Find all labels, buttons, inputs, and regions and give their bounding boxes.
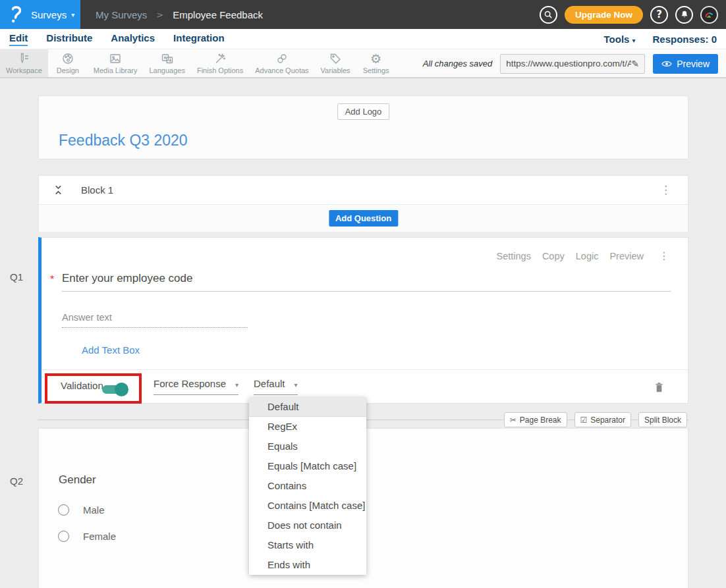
survey-title-card: Add Logo Feedback Q3 2020 xyxy=(38,95,688,159)
question-card-q1: Settings Copy Logic Preview ⋮ * Enter yo… xyxy=(38,237,688,404)
workspace-icon xyxy=(17,52,30,65)
block-header: Block 1 ⋮ xyxy=(39,176,688,205)
questionpro-logo-icon xyxy=(9,5,24,24)
menu-item-default[interactable]: Default xyxy=(249,397,366,417)
toggle-knob xyxy=(115,383,128,396)
tools-menu[interactable]: Tools▾ xyxy=(604,34,636,45)
breadcrumb: My Surveys > Employee Feedback xyxy=(96,0,263,29)
q1-menu-button[interactable]: ⋮ xyxy=(659,250,669,262)
scissors-icon: ✂ xyxy=(510,415,517,425)
search-icon xyxy=(544,10,553,19)
product-name: Surveys xyxy=(31,9,67,20)
wand-icon xyxy=(213,52,227,65)
chevron-down-icon: ▾ xyxy=(235,381,238,388)
q1-question-underline xyxy=(62,291,671,292)
block-title[interactable]: Block 1 xyxy=(81,184,113,196)
breadcrumb-separator-icon: > xyxy=(156,10,163,20)
add-question-button[interactable]: Add Question xyxy=(329,210,398,227)
upgrade-now-button[interactable]: Upgrade Now xyxy=(565,6,643,24)
chevron-down-icon: ▾ xyxy=(294,381,298,388)
edit-toolbar: Workspace Design Media Library Languages… xyxy=(0,49,726,78)
nav-tabs: Edit Distribute Analytics Integration xyxy=(0,32,225,46)
notifications-button[interactable] xyxy=(675,6,693,24)
toolbar-item-media-library[interactable]: Media Library xyxy=(88,49,144,77)
user-avatar[interactable] xyxy=(700,6,718,24)
required-marker: * xyxy=(50,274,54,286)
validation-toggle[interactable] xyxy=(102,385,126,394)
menu-item-contains-match-case[interactable]: Contains [Match case] xyxy=(249,496,366,516)
tab-distribute[interactable]: Distribute xyxy=(46,32,92,46)
q2-option-male[interactable]: Male xyxy=(58,504,105,516)
tab-edit[interactable]: Edit xyxy=(9,32,28,46)
breadcrumb-my-surveys[interactable]: My Surveys xyxy=(96,9,147,20)
radio-icon[interactable] xyxy=(58,531,69,542)
links-icon xyxy=(275,52,289,65)
add-logo-button[interactable]: Add Logo xyxy=(337,103,390,120)
edit-url-icon[interactable]: ✎ xyxy=(631,59,639,69)
product-switcher[interactable]: Surveys ▾ xyxy=(0,0,80,29)
menu-item-contains[interactable]: Contains xyxy=(249,476,366,496)
menu-item-equals-match-case[interactable]: Equals [Match case] xyxy=(249,456,366,476)
menu-item-starts-with[interactable]: Starts with xyxy=(249,535,366,555)
q2-question-text[interactable]: Gender xyxy=(59,473,96,487)
search-button[interactable] xyxy=(540,6,557,24)
separator-button[interactable]: ☑ Separator xyxy=(574,412,631,427)
breadcrumb-current-survey: Employee Feedback xyxy=(173,9,263,20)
menu-item-ends-with[interactable]: Ends with xyxy=(249,555,366,575)
force-response-dropdown[interactable]: Force Response▾ xyxy=(154,378,238,395)
survey-url-box: ✎ xyxy=(500,54,645,74)
question-number-q1: Q1 xyxy=(10,271,23,282)
validation-label: Validation xyxy=(61,380,103,391)
checkbox-icon: ☑ xyxy=(580,415,588,425)
validation-type-menu: Default RegEx Equals Equals [Match case]… xyxy=(249,397,366,575)
split-block-button[interactable]: Split Block xyxy=(638,412,687,427)
q1-actions: Settings Copy Logic Preview ⋮ xyxy=(496,250,669,262)
page-break-button[interactable]: ✂ Page Break xyxy=(504,412,567,427)
toolbar-right: All changes saved ✎ Preview xyxy=(423,49,718,78)
toolbar-item-workspace[interactable]: Workspace xyxy=(0,49,48,77)
q1-question-text[interactable]: Enter your employee code xyxy=(62,272,192,285)
help-button[interactable]: ? xyxy=(650,6,668,24)
toolbar-item-advance-quotas[interactable]: Advance Quotas xyxy=(249,49,314,77)
tab-integration[interactable]: Integration xyxy=(173,32,225,46)
menu-item-does-not-contain[interactable]: Does not contain xyxy=(249,516,366,535)
collapse-icon xyxy=(53,184,63,196)
validation-type-dropdown[interactable]: Default▾ xyxy=(254,378,298,395)
survey-nav: Edit Distribute Analytics Integration To… xyxy=(0,29,726,49)
q1-settings-link[interactable]: Settings xyxy=(496,251,530,261)
topbar-actions: Upgrade Now ? xyxy=(540,0,718,29)
menu-item-regex[interactable]: RegEx xyxy=(249,417,366,437)
chevron-down-icon: ▾ xyxy=(71,11,74,18)
tag-icon xyxy=(329,52,342,65)
q1-logic-link[interactable]: Logic xyxy=(576,251,599,261)
toolbar-item-design[interactable]: Design xyxy=(48,49,88,77)
preview-button[interactable]: Preview xyxy=(653,54,718,74)
q1-copy-link[interactable]: Copy xyxy=(542,251,565,261)
nav-right: Tools▾ Responses: 0 xyxy=(604,34,717,45)
tab-analytics[interactable]: Analytics xyxy=(111,32,155,46)
radio-icon[interactable] xyxy=(58,504,69,516)
q1-preview-link[interactable]: Preview xyxy=(609,251,644,261)
survey-url-input[interactable] xyxy=(506,59,631,68)
survey-title[interactable]: Feedback Q3 2020 xyxy=(59,132,188,149)
add-question-band: Add Question xyxy=(39,205,688,232)
eye-icon xyxy=(661,60,672,68)
gear-icon: ⚙ xyxy=(370,52,381,65)
question-number-q2: Q2 xyxy=(10,475,23,487)
toolbar-item-finish-options[interactable]: Finish Options xyxy=(191,49,249,77)
delete-question-button[interactable] xyxy=(654,381,665,396)
trash-icon xyxy=(654,381,665,394)
toolbar-item-variables[interactable]: Variables xyxy=(315,49,356,77)
responses-count[interactable]: Responses: 0 xyxy=(652,34,717,45)
chevron-down-icon: ▾ xyxy=(632,37,635,44)
toolbar-item-languages[interactable]: Languages xyxy=(143,49,190,77)
top-bar: Surveys ▾ My Surveys > Employee Feedback… xyxy=(0,0,726,29)
collapse-block-button[interactable] xyxy=(53,184,63,198)
toolbar-item-settings[interactable]: ⚙ Settings xyxy=(356,49,396,77)
menu-item-equals[interactable]: Equals xyxy=(249,437,366,456)
add-text-box-link[interactable]: Add Text Box xyxy=(82,344,140,356)
image-icon xyxy=(109,52,122,65)
q2-option-female[interactable]: Female xyxy=(58,531,116,542)
block-menu-button[interactable]: ⋮ xyxy=(660,183,672,196)
q1-answer-placeholder[interactable]: Answer text xyxy=(62,312,112,323)
